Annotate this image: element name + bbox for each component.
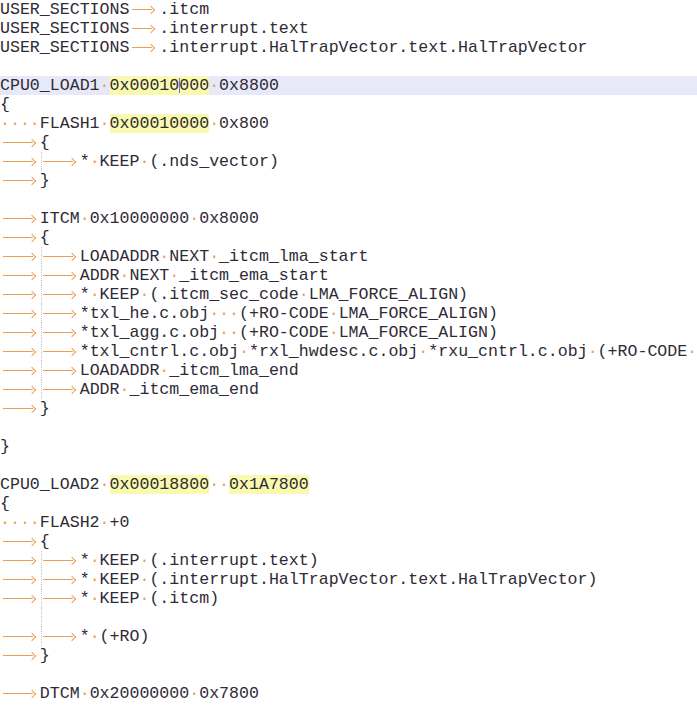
tab-arrow-icon [40,380,80,399]
code-text: * [80,627,90,646]
code-line: } [0,399,697,418]
space-dot-marks: ···· [0,513,40,532]
space-dot-marks: · [139,570,149,589]
tab-arrow-icon [0,646,40,665]
code-line: *·KEEP·(.itcm) [0,589,697,608]
space-dot-marks: · [90,627,100,646]
code-text: { [40,532,50,551]
tab-arrow-icon [0,152,40,171]
space-dot-marks: · [139,152,149,171]
code-text: FLASH1 [40,114,100,133]
code-line: DTCM·0x20000000·0x7800 [0,684,697,703]
space-dot-marks: · [209,247,219,266]
current-code-line: CPU0_LOAD1·0x00010000·0x8800 [0,76,697,95]
code-text: ITCM [40,209,80,228]
code-text: +0 [110,513,130,532]
indent-guide [41,608,42,627]
space-dot-marks: · [90,589,100,608]
space-dot-marks: · [100,475,110,494]
tab-arrow-icon [0,171,40,190]
code-line: *·(+RO) [0,627,697,646]
space-dot-marks: · [687,342,697,361]
space-dot-marks: · [120,266,130,285]
code-text: (+RO-CODE [239,323,329,342]
code-text: *txl_cntrl.c.obj [80,342,239,361]
diff-highlight-text: 0x00010000 [110,114,210,133]
code-line: USER_SECTIONS.interrupt.HalTrapVector.te… [0,38,697,57]
code-line: } [0,171,697,190]
space-dot-marks: · [100,513,110,532]
code-text: KEEP [100,285,140,304]
tab-arrow-icon [40,304,80,323]
code-line: ADDR·_itcm_ema_end [0,380,697,399]
space-dot-marks: · [299,285,309,304]
code-text: (.interrupt.text) [149,551,318,570]
code-text: * [80,589,90,608]
space-dot-marks: · [139,551,149,570]
diff-highlight-text: 0x00018800 [110,475,210,494]
tab-arrow-icon [0,684,40,703]
tab-arrow-icon [40,342,80,361]
code-text: { [40,228,50,247]
code-line: *txl_agg.c.obj··(+RO-CODE·LMA_FORCE_ALIG… [0,323,697,342]
space-dot-marks: · [209,114,219,133]
code-text: CPU0_LOAD2 [0,475,100,494]
code-text: *txl_he.c.obj [80,304,209,323]
code-text: USER_SECTIONS [0,38,129,57]
code-text: KEEP [100,551,140,570]
space-dot-marks: · [159,361,169,380]
space-dot-marks: · [169,266,179,285]
code-line [0,190,697,209]
tab-arrow-icon [40,361,80,380]
code-line: *·KEEP·(.itcm_sec_code·LMA_FORCE_ALIGN) [0,285,697,304]
space-dot-marks: ·· [219,323,239,342]
code-line: USER_SECTIONS.itcm [0,0,697,19]
space-dot-marks: · [329,323,339,342]
space-dot-marks: ··· [209,304,239,323]
code-line: LOADADDR·NEXT·_itcm_lma_start [0,247,697,266]
code-text: (+RO-CODE [598,342,688,361]
code-text: *txl_agg.c.obj [80,323,219,342]
code-text: 0x8000 [199,209,259,228]
space-dot-marks: · [90,152,100,171]
tab-arrow-icon [0,380,40,399]
code-text: LOADADDR [80,361,160,380]
code-text: { [0,95,10,114]
tab-arrow-icon [0,285,40,304]
code-text: 0x10000000 [90,209,190,228]
code-line: } [0,437,697,456]
code-text: LMA_FORCE_ALIGN) [309,285,468,304]
code-text: LMA_FORCE_ALIGN) [339,304,498,323]
code-text: LOADADDR [80,247,160,266]
code-text: USER_SECTIONS [0,0,129,19]
tab-arrow-icon [40,266,80,285]
code-text: (.itcm_sec_code [149,285,298,304]
code-text: .interrupt.text [159,19,308,38]
code-line: ITCM·0x10000000·0x8000 [0,209,697,228]
code-line: *·KEEP·(.interrupt.text) [0,551,697,570]
code-line: *txl_he.c.obj···(+RO-CODE·LMA_FORCE_ALIG… [0,304,697,323]
diff-highlight-text: 000 [179,76,209,95]
code-text: *rxu_cntrl.c.obj [428,342,587,361]
code-text: FLASH2 [40,513,100,532]
space-dot-marks: · [90,551,100,570]
space-dot-marks: · [120,380,130,399]
tab-arrow-icon [0,551,40,570]
code-text: * [80,570,90,589]
space-dot-marks: · [90,285,100,304]
code-line: ····FLASH1·0x00010000·0x800 [0,114,697,133]
tab-arrow-icon [0,589,40,608]
code-text: * [80,285,90,304]
code-line: *txl_cntrl.c.obj·*rxl_hwdesc.c.obj·*rxu_… [0,342,697,361]
tab-arrow-icon [0,228,40,247]
diff-highlight-text: 0x1A7800 [229,475,309,494]
code-text: KEEP [100,570,140,589]
tab-arrow-icon [40,570,80,589]
tab-arrow-icon [129,38,159,57]
code-editor[interactable]: USER_SECTIONS.itcmUSER_SECTIONS.interrup… [0,0,697,705]
space-dot-marks: · [139,285,149,304]
tab-arrow-icon [40,551,80,570]
tab-arrow-icon [0,304,40,323]
tab-arrow-icon [0,570,40,589]
space-dot-marks: · [90,570,100,589]
